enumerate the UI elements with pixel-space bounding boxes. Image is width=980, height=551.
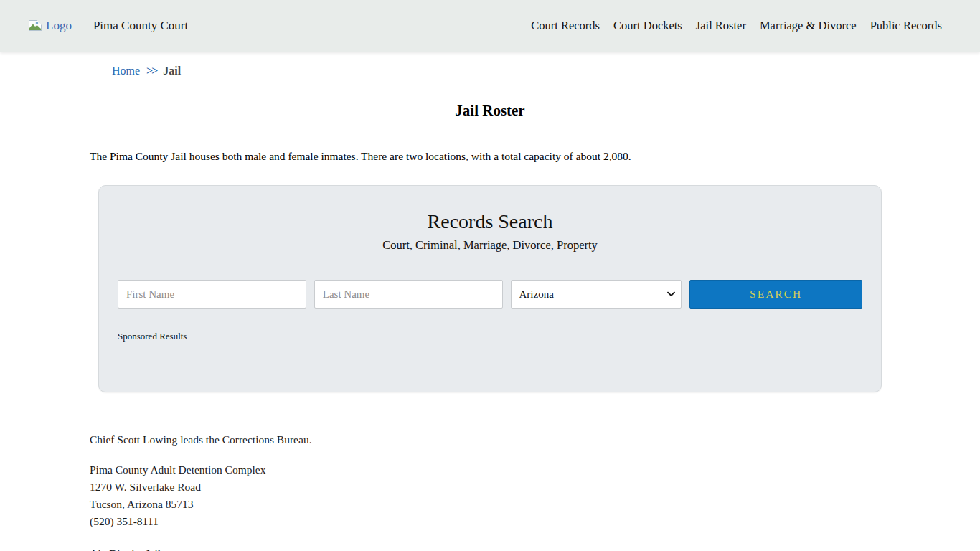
nav-jail-roster[interactable]: Jail Roster [696, 19, 746, 33]
nav-court-records[interactable]: Court Records [531, 19, 600, 33]
page-title: Jail Roster [0, 102, 980, 120]
location-detention-complex: Pima County Adult Detention Complex 1270… [90, 461, 980, 530]
nav-court-dockets[interactable]: Court Dockets [613, 19, 682, 33]
breadcrumb-home-link[interactable]: Home [112, 65, 140, 77]
location-phone: (520) 351-8111 [90, 513, 980, 530]
search-button[interactable]: SEARCH [689, 280, 862, 309]
breadcrumb-separator: >> [146, 65, 156, 77]
search-form-row: Arizona SEARCH [118, 280, 862, 309]
location-ajo-district-jail: Ajo District Jail 1249 W. Ajo Well Road [90, 545, 980, 551]
breadcrumb: Home >> Jail [112, 65, 980, 77]
breadcrumb-current: Jail [163, 65, 181, 77]
state-select-wrap: Arizona [511, 280, 682, 309]
logo-alt-text: Logo [46, 19, 72, 33]
sponsored-results-label: Sponsored Results [118, 331, 881, 342]
site-title: Pima County Court [93, 19, 188, 33]
intro-text: The Pima County Jail houses both male an… [90, 150, 890, 163]
chief-line: Chief Scott Lowing leads the Corrections… [90, 433, 980, 446]
nav-public-records[interactable]: Public Records [870, 19, 942, 33]
location-name: Pima County Adult Detention Complex [90, 461, 980, 479]
location-name: Ajo District Jail [90, 545, 980, 551]
panel-title: Records Search [99, 186, 881, 233]
location-city: Tucson, Arizona 85713 [90, 496, 980, 513]
site-header: Logo Pima County Court Court Records Cou… [0, 0, 980, 52]
logo-link[interactable]: Logo [29, 19, 72, 33]
state-select[interactable]: Arizona [511, 280, 682, 309]
first-name-input[interactable] [118, 280, 306, 309]
last-name-input[interactable] [314, 280, 503, 309]
panel-subtitle: Court, Criminal, Marriage, Divorce, Prop… [99, 238, 881, 253]
main-nav: Court Records Court Dockets Jail Roster … [531, 19, 942, 33]
broken-image-icon [29, 20, 44, 32]
records-search-panel: Records Search Court, Criminal, Marriage… [98, 185, 882, 392]
nav-marriage-divorce[interactable]: Marriage & Divorce [760, 19, 857, 33]
location-street: 1270 W. Silverlake Road [90, 479, 980, 496]
